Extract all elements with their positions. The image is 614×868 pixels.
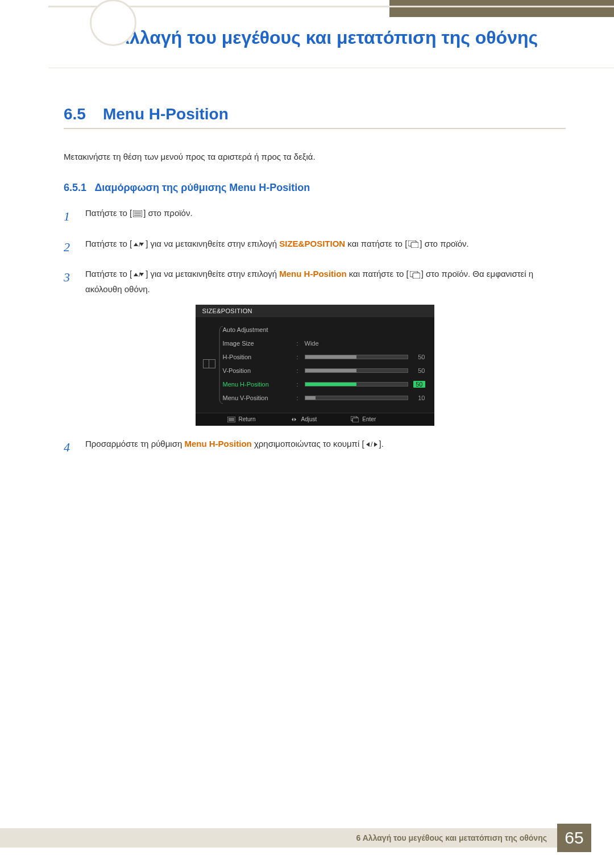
updown-icon: /	[133, 241, 144, 248]
osd-row-value: 50	[408, 354, 425, 360]
section-title: Menu H-Position	[103, 105, 229, 123]
adjust-arrows-icon	[290, 417, 298, 422]
osd-row-value: 50	[408, 381, 425, 388]
enter-small-icon	[351, 416, 359, 422]
step-1: 1 Πατήστε το [] στο προϊόν.	[64, 205, 566, 228]
step-text: Προσαρμόστε τη ρύθμιση Menu H-Position χ…	[85, 436, 384, 459]
step-number: 4	[64, 436, 75, 459]
osd-row: Image Size:Wide	[223, 337, 425, 350]
osd-title: SIZE&POSITION	[196, 305, 434, 317]
osd-row-label: Auto Adjustment	[223, 326, 297, 333]
osd-enter: Enter	[351, 416, 376, 422]
osd-row-label: Menu H-Position	[223, 381, 297, 388]
page-footer: 6 Αλλαγή του μεγέθους και μετατόπιση της…	[0, 824, 591, 852]
section-intro: Μετακινήστε τη θέση των μενού προς τα αρ…	[64, 152, 566, 161]
osd-rows: Auto AdjustmentImage Size:WideH-Position…	[223, 323, 425, 405]
step-number: 3	[64, 266, 75, 297]
osd-return: Return	[227, 416, 256, 422]
updown-icon: /	[133, 271, 144, 278]
page-content: 6.5 Menu H-Position Μετακινήστε τη θέση …	[64, 105, 566, 467]
highlight-text: Menu H-Position	[184, 439, 251, 448]
step-text: Πατήστε το [/] για να μετακινηθείτε στην…	[85, 266, 566, 297]
step-text: Πατήστε το [] στο προϊόν.	[85, 205, 193, 228]
chapter-header: Αλλαγή του μεγέθους και μετατόπιση της ο…	[48, 6, 614, 68]
page-number: 65	[557, 824, 591, 852]
chapter-badge-circle	[90, 0, 136, 46]
section-number: 6.5	[64, 105, 86, 123]
footer-chapter-label: 6 Αλλαγή του μεγέθους και μετατόπιση της…	[0, 828, 557, 848]
slider-bar	[305, 382, 408, 387]
step-number: 2	[64, 236, 75, 259]
slider-bar	[305, 396, 408, 400]
osd-row: H-Position:50	[223, 350, 425, 364]
size-position-icon	[203, 359, 215, 368]
osd-row: V-Position:50	[223, 364, 425, 377]
section-heading: 6.5 Menu H-Position	[64, 105, 566, 129]
svg-rect-15	[352, 418, 359, 422]
osd-row-label: Menu V-Position	[223, 394, 297, 401]
osd-row: Menu V-Position:10	[223, 391, 425, 405]
slider-bar	[305, 355, 408, 359]
subsection-heading: 6.5.1 Διαμόρφωση της ρύθμισης Menu H-Pos…	[64, 182, 566, 194]
step-2: 2 Πατήστε το [/] για να μετακινηθείτε στ…	[64, 236, 566, 259]
menu-icon	[133, 210, 142, 217]
step-4: 4 Προσαρμόστε τη ρύθμιση Menu H-Position…	[64, 436, 566, 459]
osd-row-value: 10	[408, 394, 425, 401]
highlight-text: SIZE&POSITION	[279, 239, 345, 248]
bracket-icon	[218, 325, 224, 405]
osd-row-label: Image Size	[223, 340, 297, 347]
highlight-text: Menu H-Position	[279, 269, 346, 279]
svg-rect-6	[411, 242, 418, 248]
osd-row-label: V-Position	[223, 367, 297, 374]
leftright-icon: /	[366, 441, 378, 448]
svg-rect-9	[413, 273, 420, 279]
chapter-title: Αλλαγή του μεγέθους και μετατόπιση της ο…	[117, 26, 538, 49]
step-number: 1	[64, 205, 75, 228]
subsection-number: 6.5.1	[64, 182, 86, 193]
osd-row: Menu H-Position:50	[223, 377, 425, 391]
osd-row: Auto Adjustment	[223, 323, 425, 337]
step-3: 3 Πατήστε το [/] για να μετακινηθείτε στ…	[64, 266, 566, 297]
subsection-title: Διαμόρφωση της ρύθμισης Menu H-Position	[94, 182, 310, 193]
enter-icon	[410, 271, 420, 279]
osd-row-label: H-Position	[223, 354, 297, 360]
menu-small-icon	[227, 417, 235, 422]
osd-row-value: 50	[408, 367, 425, 374]
svg-text:/: /	[371, 441, 373, 448]
osd-adjust: Adjust	[290, 416, 317, 422]
step-text: Πατήστε το [/] για να μετακινηθείτε στην…	[85, 236, 469, 259]
steps-list: 1 Πατήστε το [] στο προϊόν. 2 Πατήστε το…	[64, 205, 566, 459]
slider-bar	[305, 368, 408, 373]
enter-icon	[408, 240, 418, 248]
osd-screenshot: SIZE&POSITION Auto AdjustmentImage Size:…	[196, 305, 434, 426]
osd-footer: Return Adjust Enter	[196, 413, 434, 426]
osd-category-icon	[201, 323, 217, 405]
